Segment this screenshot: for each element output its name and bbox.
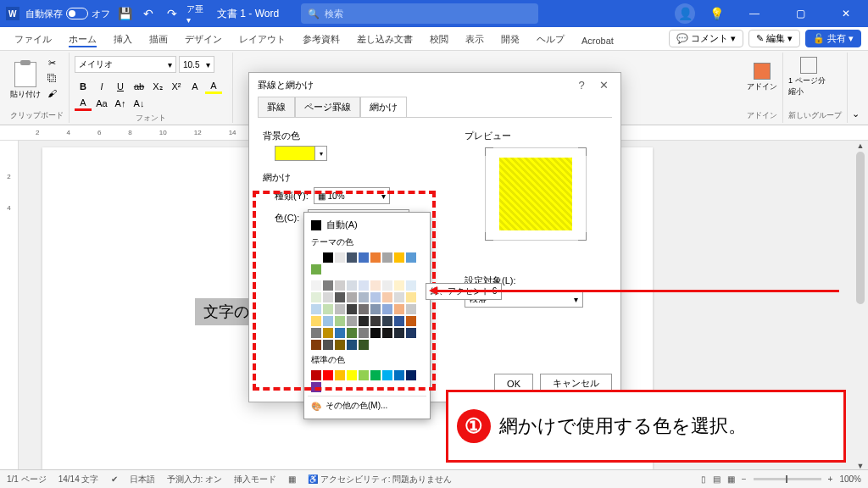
- account-icon[interactable]: 👤: [675, 3, 695, 24]
- dialog-close-button[interactable]: ✕: [595, 76, 612, 93]
- insert-mode[interactable]: 挿入モード: [234, 474, 276, 485]
- close-button[interactable]: ✕: [829, 2, 863, 25]
- text-effects-button[interactable]: A: [186, 79, 203, 94]
- color-swatch[interactable]: [406, 252, 416, 263]
- grow-font-button[interactable]: A↑: [112, 96, 129, 111]
- menu-view[interactable]: 表示: [458, 29, 492, 50]
- fill-color-swatch[interactable]: [275, 146, 315, 161]
- color-swatch[interactable]: [335, 280, 345, 291]
- bold-button[interactable]: B: [75, 79, 92, 94]
- color-swatch[interactable]: [335, 340, 345, 350]
- color-swatch[interactable]: [323, 340, 333, 350]
- comments-button[interactable]: 💬コメント▾: [669, 30, 743, 47]
- color-swatch[interactable]: [394, 280, 404, 291]
- color-swatch[interactable]: [370, 252, 381, 263]
- minimize-button[interactable]: ―: [737, 2, 771, 25]
- maximize-button[interactable]: ▢: [783, 2, 817, 25]
- color-swatch[interactable]: [406, 370, 416, 380]
- color-swatch[interactable]: [347, 316, 357, 326]
- search-input[interactable]: 🔍 検索: [301, 3, 538, 24]
- color-swatch[interactable]: [335, 252, 345, 263]
- color-swatch[interactable]: [359, 328, 369, 338]
- subscript-button[interactable]: X₂: [149, 79, 166, 94]
- color-swatch[interactable]: [359, 340, 369, 350]
- shrink-page-button[interactable]: 1 ページ分縮小: [788, 56, 829, 98]
- color-swatch[interactable]: [406, 328, 416, 338]
- color-swatch[interactable]: [359, 370, 369, 380]
- font-name-combo[interactable]: メイリオ▾: [75, 56, 176, 73]
- zoom-slider[interactable]: [754, 478, 821, 480]
- color-swatch[interactable]: [394, 292, 404, 302]
- color-swatch[interactable]: [323, 280, 333, 291]
- help-icon[interactable]: 💡: [707, 4, 726, 23]
- color-swatch[interactable]: [323, 252, 333, 263]
- color-swatch[interactable]: [359, 304, 369, 314]
- color-swatch[interactable]: [382, 280, 392, 291]
- color-swatch[interactable]: [335, 304, 345, 314]
- language-label[interactable]: 日本語: [130, 474, 155, 485]
- color-swatch[interactable]: [370, 370, 381, 380]
- strike-button[interactable]: ab: [131, 79, 147, 94]
- highlight-button[interactable]: A: [205, 79, 222, 94]
- color-swatch[interactable]: [382, 328, 392, 338]
- color-swatch[interactable]: [370, 328, 381, 338]
- menu-developer[interactable]: 開発: [493, 29, 527, 50]
- menu-draw[interactable]: 描画: [142, 29, 175, 50]
- word-count[interactable]: 14/14 文字: [58, 474, 99, 485]
- color-swatch[interactable]: [335, 292, 345, 302]
- color-swatch[interactable]: [394, 304, 404, 314]
- paste-button[interactable]: 貼り付け: [10, 56, 41, 105]
- color-swatch[interactable]: [370, 304, 381, 314]
- scroll-up-icon[interactable]: ▲: [855, 141, 865, 151]
- color-swatch[interactable]: [406, 304, 416, 314]
- font-color-button[interactable]: A: [75, 96, 92, 111]
- addins-button[interactable]: アドイン: [747, 56, 777, 98]
- color-swatch[interactable]: [311, 280, 321, 291]
- tab-shading[interactable]: 網かけ: [360, 97, 407, 117]
- zoom-out-button[interactable]: −: [742, 474, 747, 484]
- edit-button[interactable]: ✎編集▾: [748, 30, 800, 47]
- color-auto-option[interactable]: 自動(A): [308, 216, 426, 234]
- page-count[interactable]: 1/1 ページ: [7, 474, 47, 485]
- pattern-type-combo[interactable]: ▦ 10%▾: [314, 187, 390, 204]
- color-swatch[interactable]: [323, 328, 333, 338]
- color-swatch[interactable]: [382, 292, 392, 302]
- color-swatch[interactable]: [311, 252, 321, 263]
- zoom-in-button[interactable]: +: [828, 474, 833, 484]
- color-swatch[interactable]: [359, 280, 369, 291]
- redo-icon[interactable]: ↷: [163, 4, 181, 23]
- color-swatch[interactable]: [382, 370, 392, 380]
- color-swatch[interactable]: [370, 280, 381, 291]
- char-shading-button[interactable]: Aa: [93, 96, 110, 111]
- shrink-font-button[interactable]: A↓: [131, 96, 147, 111]
- color-swatch[interactable]: [323, 370, 333, 380]
- zoom-level[interactable]: 100%: [839, 474, 861, 484]
- menu-insert[interactable]: 挿入: [106, 29, 140, 50]
- color-swatch[interactable]: [311, 370, 321, 380]
- menu-file[interactable]: ファイル: [7, 29, 59, 50]
- color-swatch[interactable]: [359, 292, 369, 302]
- undo-icon[interactable]: ↶: [139, 4, 158, 23]
- spellcheck-icon[interactable]: ✔: [111, 474, 118, 484]
- color-swatch[interactable]: [406, 280, 416, 291]
- color-swatch[interactable]: [370, 292, 381, 302]
- color-swatch[interactable]: [347, 252, 357, 263]
- color-swatch[interactable]: [382, 252, 392, 263]
- fill-color-dropdown[interactable]: ▾: [315, 146, 327, 161]
- underline-button[interactable]: U: [112, 79, 129, 94]
- dialog-help-button[interactable]: ?: [573, 76, 590, 93]
- copy-icon[interactable]: ⿻: [44, 71, 59, 85]
- font-dropdown-icon[interactable]: ア亜▾: [186, 4, 205, 23]
- color-swatch[interactable]: [323, 316, 333, 326]
- color-swatch[interactable]: [311, 382, 321, 392]
- predictive-input[interactable]: 予測入力: オン: [167, 474, 223, 485]
- print-layout-icon[interactable]: ▤: [713, 474, 721, 484]
- color-swatch[interactable]: [335, 316, 345, 326]
- color-swatch[interactable]: [359, 252, 369, 263]
- accessibility-status[interactable]: ♿ アクセシビリティ: 問題ありません: [308, 474, 452, 485]
- color-swatch[interactable]: [394, 328, 404, 338]
- superscript-button[interactable]: X²: [168, 79, 185, 94]
- menu-mailings[interactable]: 差し込み文書: [349, 29, 420, 50]
- color-swatch[interactable]: [311, 340, 321, 350]
- ribbon-collapse-button[interactable]: ⌄: [848, 53, 863, 123]
